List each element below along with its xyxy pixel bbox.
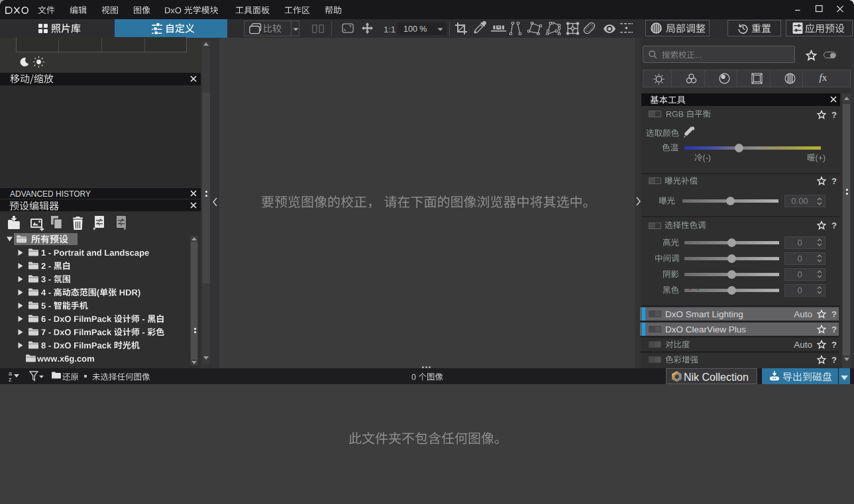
svg-text:z: z bbox=[9, 376, 12, 382]
